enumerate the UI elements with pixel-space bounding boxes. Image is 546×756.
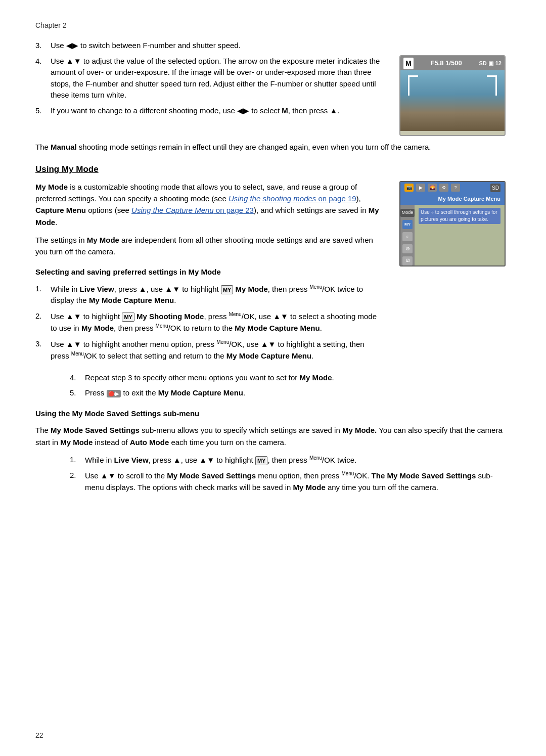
menu-ok-label-2: Menu: [156, 323, 168, 329]
page-number: 22: [35, 730, 43, 741]
mymode-title: My Mode Capture Menu: [438, 196, 500, 202]
top-text-section: 3. Use ◀▶ to switch between F-number and…: [35, 40, 384, 136]
camera-bracket-right: [487, 75, 497, 96]
selecting-list: 1. While in Live View, press ▲, use ▲▼ t…: [35, 283, 384, 362]
arrow-icon: ◀▶: [66, 41, 78, 50]
selecting-saving-heading: Selecting and saving preferred settings …: [35, 266, 384, 278]
item-content: Use ◀▶ to switch between F-number and sh…: [51, 40, 384, 52]
menu-ok-label: Menu: [341, 471, 354, 476]
top-content-block: 3. Use ◀▶ to switch between F-number and…: [35, 40, 511, 136]
sd-counter: SD: [490, 184, 500, 192]
item-content: Press 🔴/▶ to exit the My Mode Capture Me…: [85, 387, 511, 399]
top-numbered-list: 3. Use ◀▶ to switch between F-number and…: [35, 40, 384, 116]
item-number: 5.: [70, 387, 80, 399]
shooting-modes-link[interactable]: Using the shooting modes on page 19: [229, 194, 356, 203]
scene-icon: 🌄: [428, 184, 437, 192]
list-item: 5. Press 🔴/▶ to exit the My Mode Capture…: [70, 387, 511, 399]
list-item: 3. Use ◀▶ to switch between F-number and…: [35, 40, 384, 52]
capture-menu-link[interactable]: Using the Capture Menu on page 23: [131, 206, 254, 214]
arrow-icon: ▲: [330, 106, 337, 115]
manual-note: The Manual shooting mode settings remain…: [35, 141, 511, 153]
menu-ok-label: Menu: [216, 339, 229, 345]
list-item: 3. Use ▲▼ to highlight another menu opti…: [35, 338, 384, 362]
mymode-sidebar: Mode MY ☼ ◎ ☑: [400, 205, 415, 265]
item-content: If you want to change to a different sho…: [51, 105, 384, 117]
list-item: 5. If you want to change to a different …: [35, 105, 384, 117]
mymode-image-block: 📷 ▶ 🌄 ⚙ ? SD My Mode Capture Menu: [399, 181, 511, 367]
camera-landscape-view: [400, 70, 505, 131]
item-number: 1.: [35, 283, 46, 306]
my-mode-text-section: My Mode is a customizable shooting mode …: [35, 181, 384, 367]
item-content: While in Live View, press ▲, use ▲▼ to h…: [51, 283, 384, 306]
item-content: Repeat step 3 to specify other menu opti…: [85, 372, 511, 384]
mymode-top-bar: 📷 ▶ 🌄 ⚙ ? SD: [400, 182, 505, 194]
using-my-mode-heading: Using My Mode: [35, 163, 511, 176]
arrow-icon: ◀▶: [237, 106, 249, 115]
my-icon-box: MY: [255, 456, 268, 466]
item-number: 1.: [70, 454, 80, 466]
menu-ok-label: Menu: [229, 312, 242, 317]
list-item: 4. Use ▲▼ to adjust the value of the sel…: [35, 56, 384, 101]
item-content: While in Live View, press ▲, use ▲▼ to h…: [85, 454, 511, 466]
chapter-label: Chapter 2: [35, 20, 511, 31]
item-number: 5.: [35, 105, 46, 117]
item-number: 4.: [70, 372, 80, 384]
my-mode-intro-2: The settings in My Mode are independent …: [35, 234, 384, 258]
camera-exposure-value: F5.8 1/500: [430, 58, 462, 68]
circle-sidebar-item: ◎: [402, 244, 413, 253]
mode-sidebar-label: Mode: [400, 209, 415, 217]
item-number: 3.: [35, 40, 46, 52]
camera-mode-indicator: M: [403, 58, 414, 69]
my-icon-box: MY: [122, 313, 134, 322]
item-number: 4.: [35, 56, 46, 101]
menu-ok-label: Menu: [309, 284, 322, 290]
item-content: Use ▲▼ to highlight MY My Shooting Mode,…: [51, 310, 384, 334]
item-number: 2.: [70, 470, 80, 493]
my-mode-intro-block: My Mode is a customizable shooting mode …: [35, 181, 511, 367]
camera-bracket-left: [408, 75, 418, 96]
sd-icon: SD ▣: [479, 59, 493, 68]
item-content: Use ▲▼ to scroll to the My Mode Saved Se…: [85, 470, 511, 493]
item-number: 3.: [35, 338, 46, 362]
sd-label: SD: [490, 184, 500, 192]
camera-image-block: M F5.8 1/500 SD ▣ 12: [399, 55, 511, 136]
saved-settings-list: 1. While in Live View, press ▲, use ▲▼ t…: [70, 454, 511, 494]
page: Chapter 2 3. Use ◀▶ to switch between F-…: [0, 0, 546, 756]
menu-ok-label-2: Menu: [71, 351, 84, 357]
camera-screen-top-bar: M F5.8 1/500 SD ▣ 12: [400, 56, 505, 70]
camera-right-icons: SD ▣ 12: [479, 59, 502, 68]
saved-settings-heading: Using the My Mode Saved Settings sub-men…: [35, 408, 511, 420]
item-number: 2.: [35, 310, 46, 334]
camera-icon: 📷: [404, 184, 414, 192]
sun-sidebar-item: ☼: [402, 232, 413, 241]
shutter-icon-btn: 🔴/▶: [107, 390, 121, 397]
list-item: 2. Use ▲▼ to highlight MY My Shooting Mo…: [35, 310, 384, 334]
mymode-top-bar-icons: 📷 ▶ 🌄 ⚙ ?: [404, 184, 460, 192]
arrow-icon: ▲▼: [66, 57, 81, 65]
video-icon: ▶: [416, 184, 425, 192]
ok-label: /OK: [322, 285, 335, 293]
check-sidebar-item: ☑: [402, 256, 413, 265]
mymode-main-content: Use ÷ to scroll through settings for pic…: [415, 205, 505, 265]
mymode-title-bar: My Mode Capture Menu: [400, 194, 505, 205]
menu-ok-label: Menu: [309, 455, 322, 461]
my-sidebar-item: MY: [402, 220, 413, 229]
list-item: 1. While in Live View, press ▲, use ▲▼ t…: [35, 283, 384, 306]
selecting-list-continued: 4. Repeat step 3 to specify other menu o…: [70, 372, 511, 399]
item-content: Use ▲▼ to highlight another menu option,…: [51, 338, 384, 362]
list-item: 4. Repeat step 3 to specify other menu o…: [70, 372, 511, 384]
list-item: 1. While in Live View, press ▲, use ▲▼ t…: [70, 454, 511, 466]
settings-icon: ⚙: [439, 184, 448, 192]
list-item: 2. Use ▲▼ to scroll to the My Mode Saved…: [70, 470, 511, 493]
frame-count: 12: [495, 59, 502, 68]
mymode-body: Mode MY ☼ ◎ ☑ Use ÷ to scroll through se…: [400, 205, 505, 265]
my-icon-box: MY: [221, 285, 234, 295]
help-icon: ?: [451, 184, 460, 192]
camera-screen: M F5.8 1/500 SD ▣ 12: [399, 55, 506, 136]
item-content: Use ▲▼ to adjust the value of the select…: [51, 56, 384, 101]
mymode-highlighted-row: Use ÷ to scroll through settings for pic…: [419, 208, 500, 224]
my-mode-intro-1: My Mode is a customizable shooting mode …: [35, 181, 384, 228]
saved-settings-intro: The My Mode Saved Settings sub-menu allo…: [35, 424, 511, 448]
mymode-screen: 📷 ▶ 🌄 ⚙ ? SD My Mode Capture Menu: [399, 181, 506, 266]
